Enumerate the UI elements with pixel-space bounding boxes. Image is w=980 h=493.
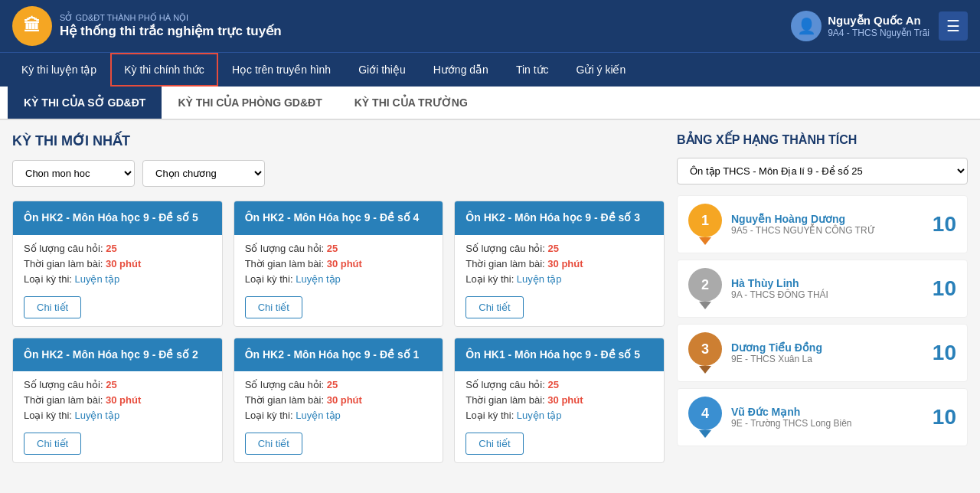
rank-score: 10 xyxy=(933,341,956,365)
exam-question-count: Số lượng câu hỏi: 25 xyxy=(245,379,433,390)
exam-question-count: Số lượng câu hỏi: 25 xyxy=(466,379,653,390)
exam-type: Loại kỳ thi: Luyện tập xyxy=(24,273,211,285)
logo: 🏛 xyxy=(12,6,52,46)
exam-time: Thời gian làm bài: 30 phút xyxy=(466,258,653,269)
exam-time: Thời gian làm bài: 30 phút xyxy=(24,258,211,269)
exam-card: Ôn HK2 - Môn Hóa học 9 - Đề số 2 Số lượn… xyxy=(12,338,223,464)
exam-card-title: Ôn HK2 - Môn Hóa học 9 - Đề số 2 xyxy=(13,338,222,372)
header-title: SỞ GD&ĐT THÀNH PHỐ HÀ NỘI Hệ thống thi t… xyxy=(60,13,282,39)
rank-name: Vũ Đức Mạnh xyxy=(731,406,933,418)
exam-card-body: Số lượng câu hỏi: 25 Thời gian làm bài: … xyxy=(234,235,443,326)
rank-name: Dương Tiểu Đồng xyxy=(731,341,933,354)
header: 🏛 SỞ GD&ĐT THÀNH PHỐ HÀ NỘI Hệ thống thi… xyxy=(0,0,980,52)
rank-item: 2 Hà Thùy Linh 9A - THCS ĐÔNG THÁI 10 xyxy=(677,260,968,318)
rank-class: 9A - THCS ĐÔNG THÁI xyxy=(731,289,933,300)
exam-question-count: Số lượng câu hỏi: 25 xyxy=(245,243,433,254)
exam-time: Thời gian làm bài: 30 phút xyxy=(24,394,211,406)
user-info: 👤 Nguyễn Quốc An 9A4 - THCS Nguyễn Trãi xyxy=(791,11,929,41)
nav-item-truyen-hinh[interactable]: Học trên truyền hình xyxy=(218,53,345,87)
user-class: 9A4 - THCS Nguyễn Trãi xyxy=(828,28,929,38)
rank-item: 3 Dương Tiểu Đồng 9E - THCS Xuân La 10 xyxy=(677,324,968,382)
rank-score: 10 xyxy=(933,405,956,429)
nav-item-tin-tuc[interactable]: Tin tức xyxy=(502,53,563,87)
detail-button[interactable]: Chi tiết xyxy=(466,296,523,318)
detail-button[interactable]: Chi tiết xyxy=(24,296,81,318)
medal-container: 2 xyxy=(688,268,722,309)
rank-class: 9E - Trường THCS Long Biên xyxy=(731,418,933,429)
rank-info: Nguyễn Hoàng Dương 9A5 - THCS NGUYỄN CÔN… xyxy=(731,213,933,236)
exam-card-body: Số lượng câu hỏi: 25 Thời gian làm bài: … xyxy=(13,371,222,462)
exam-grid: Ôn HK2 - Môn Hóa học 9 - Đề số 5 Số lượn… xyxy=(12,201,665,463)
rank-name: Hà Thùy Linh xyxy=(731,277,933,289)
medal-tail xyxy=(699,237,711,245)
hamburger-button[interactable]: ☰ xyxy=(939,11,968,41)
exam-card-title: Ôn HK2 - Môn Hóa học 9 - Đề số 3 xyxy=(455,201,664,235)
exam-time: Thời gian làm bài: 30 phút xyxy=(245,258,433,269)
exam-question-count: Số lượng câu hỏi: 25 xyxy=(24,379,211,390)
exam-card-body: Số lượng câu hỏi: 25 Thời gian làm bài: … xyxy=(455,235,664,326)
tabs: KỲ THI CỦA SỞ GD&ĐT KỲ THI CỦA PHÒNG GD&… xyxy=(0,87,980,120)
site-name-label: Hệ thống thi trắc nghiệm trực tuyến xyxy=(60,23,282,39)
detail-button[interactable]: Chi tiết xyxy=(245,433,302,455)
detail-button[interactable]: Chi tiết xyxy=(466,433,523,455)
medal-container: 1 xyxy=(688,204,722,245)
medal-circle: 3 xyxy=(688,332,722,366)
rank-score: 10 xyxy=(933,212,956,237)
medal-tail xyxy=(699,302,711,309)
main-content: KỲ THI MỚI NHẤT Chon mon hoc Chọn chương… xyxy=(0,120,980,475)
exam-question-count: Số lượng câu hỏi: 25 xyxy=(24,243,211,254)
avatar: 👤 xyxy=(791,11,822,41)
user-name: Nguyễn Quốc An xyxy=(828,14,929,28)
nav-item-luyen-tap[interactable]: Kỳ thi luyện tập xyxy=(8,53,110,87)
medal-circle: 1 xyxy=(688,204,722,237)
rank-info: Hà Thùy Linh 9A - THCS ĐÔNG THÁI xyxy=(731,277,933,300)
rank-item: 4 Vũ Đức Mạnh 9E - Trường THCS Long Biên… xyxy=(677,388,968,446)
nav-item-gioi-thieu[interactable]: Giới thiệu xyxy=(345,53,420,87)
exam-card-title: Ôn HK2 - Môn Hóa học 9 - Đề số 4 xyxy=(234,201,443,235)
exam-card-body: Số lượng câu hỏi: 25 Thời gian làm bài: … xyxy=(13,235,222,326)
rank-class: 9A5 - THCS NGUYỄN CÔNG TRỨ xyxy=(731,225,933,236)
exam-card-body: Số lượng câu hỏi: 25 Thời gian làm bài: … xyxy=(234,371,443,462)
rank-info: Vũ Đức Mạnh 9E - Trường THCS Long Biên xyxy=(731,406,933,429)
nav-item-gui-y-kien[interactable]: Gửi ý kiến xyxy=(563,53,640,87)
tab-phong-gddt[interactable]: KỲ THI CỦA PHÒNG GD&ĐT xyxy=(162,87,338,119)
exam-card: Ôn HK2 - Môn Hóa học 9 - Đề số 4 Số lượn… xyxy=(234,201,444,327)
user-text: Nguyễn Quốc An 9A4 - THCS Nguyễn Trãi xyxy=(828,14,929,38)
rank-score: 10 xyxy=(933,276,956,301)
filters: Chon mon hoc Chọn chương xyxy=(12,160,665,187)
ranking-list: 1 Nguyễn Hoàng Dương 9A5 - THCS NGUYỄN C… xyxy=(677,195,968,446)
ranking-title: BẢNG XẾP HẠNG THÀNH TÍCH xyxy=(677,132,968,147)
chapter-filter[interactable]: Chọn chương xyxy=(142,160,265,187)
rank-item: 1 Nguyễn Hoàng Dương 9A5 - THCS NGUYỄN C… xyxy=(677,195,968,253)
detail-button[interactable]: Chi tiết xyxy=(245,296,302,318)
tab-so-gddt[interactable]: KỲ THI CỦA SỞ GD&ĐT xyxy=(8,87,162,119)
exam-card-title: Ôn HK1 - Môn Hóa học 9 - Đề số 5 xyxy=(455,338,664,372)
exam-card: Ôn HK2 - Môn Hóa học 9 - Đề số 3 Số lượn… xyxy=(454,201,665,327)
subject-filter[interactable]: Chon mon hoc xyxy=(12,160,135,187)
exam-card: Ôn HK2 - Môn Hóa học 9 - Đề số 1 Số lượn… xyxy=(234,338,444,464)
exam-type: Loại kỳ thi: Luyện tập xyxy=(245,410,433,421)
exam-card-title: Ôn HK2 - Môn Hóa học 9 - Đề số 1 xyxy=(234,338,443,372)
exam-card-title: Ôn HK2 - Môn Hóa học 9 - Đề số 5 xyxy=(13,201,222,235)
exam-time: Thời gian làm bài: 30 phút xyxy=(466,394,653,406)
nav-item-chinh-thuc[interactable]: Kỳ thi chính thức xyxy=(110,53,218,87)
medal-container: 3 xyxy=(688,332,722,374)
right-section: BẢNG XẾP HẠNG THÀNH TÍCH Ôn tập THCS - M… xyxy=(677,132,968,463)
detail-button[interactable]: Chi tiết xyxy=(24,433,81,455)
nav-item-huong-dan[interactable]: Hướng dẫn xyxy=(420,53,502,87)
section-title-newest: KỲ THI MỚI NHẤT xyxy=(12,132,665,149)
rank-class: 9E - THCS Xuân La xyxy=(731,354,933,364)
exam-type: Loại kỳ thi: Luyện tập xyxy=(466,273,653,285)
tab-truong[interactable]: KỲ THI CỦA TRƯỜNG xyxy=(338,87,484,119)
rank-info: Dương Tiểu Đồng 9E - THCS Xuân La xyxy=(731,341,933,364)
header-left: 🏛 SỞ GD&ĐT THÀNH PHỐ HÀ NỘI Hệ thống thi… xyxy=(12,6,282,46)
exam-card-body: Số lượng câu hỏi: 25 Thời gian làm bài: … xyxy=(455,371,664,462)
exam-card: Ôn HK1 - Môn Hóa học 9 - Đề số 5 Số lượn… xyxy=(454,338,665,464)
ranking-dropdown[interactable]: Ôn tập THCS - Môn Địa lí 9 - Đề số 25 xyxy=(677,158,968,184)
exam-type: Loại kỳ thi: Luyện tập xyxy=(245,273,433,285)
left-section: KỲ THI MỚI NHẤT Chon mon hoc Chọn chương… xyxy=(12,132,677,463)
navigation: Kỳ thi luyện tập Kỳ thi chính thức Học t… xyxy=(0,52,980,87)
medal-container: 4 xyxy=(688,397,722,438)
exam-card: Ôn HK2 - Môn Hóa học 9 - Đề số 5 Số lượn… xyxy=(12,201,223,327)
header-right: 👤 Nguyễn Quốc An 9A4 - THCS Nguyễn Trãi … xyxy=(791,11,968,41)
